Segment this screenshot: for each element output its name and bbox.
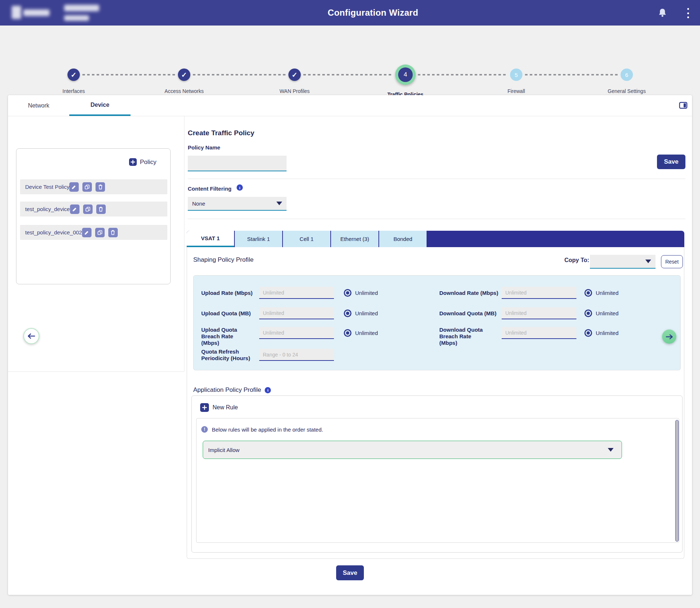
upload-quota-input[interactable]	[259, 307, 334, 319]
rules-info-icon	[201, 426, 208, 433]
policy-name: Device Test Policy	[25, 184, 69, 190]
content-filtering-info-icon[interactable]	[237, 184, 243, 191]
step-firewall-circle[interactable]: 5	[510, 69, 522, 81]
chevron-down-icon	[608, 448, 614, 452]
download-quota-input[interactable]	[502, 307, 576, 319]
rules-scrollbar[interactable]	[675, 420, 679, 542]
copy-policy-button[interactable]	[82, 182, 92, 192]
upload-quota-breach-unlimited-radio[interactable]	[344, 329, 351, 337]
stepper-connector	[418, 74, 508, 75]
delete-policy-button[interactable]	[96, 204, 106, 214]
delete-policy-button[interactable]	[96, 182, 105, 192]
policy-list-item[interactable]: test_policy_device	[20, 202, 167, 217]
new-rule-button[interactable]: New Rule	[200, 403, 238, 412]
application-rules-box: New Rule Below rules will be applied in …	[191, 395, 682, 553]
tab-cell-1[interactable]: Cell 1	[283, 231, 330, 247]
divider	[8, 116, 692, 116]
radio-label: Unlimited	[355, 330, 378, 336]
stepper-connector	[525, 74, 618, 75]
rules-info-text: Below rules will be applied in the order…	[212, 426, 323, 433]
download-quota-unlimited-radio[interactable]	[584, 309, 592, 317]
upload-rate-input[interactable]	[259, 287, 334, 299]
step-interfaces-circle[interactable]	[67, 69, 80, 81]
app-brand-redacted	[23, 9, 50, 16]
content-filtering-select[interactable]: None	[188, 197, 287, 211]
stepper-connector	[82, 74, 175, 75]
step-label-wan-profiles: WAN Profiles	[254, 88, 335, 94]
radio-label: Unlimited	[355, 310, 378, 316]
quota-refresh-input[interactable]	[259, 349, 334, 361]
quota-refresh-label: Quota Refresh Periodicity (Hours)	[201, 348, 252, 362]
layout-panel-icon[interactable]	[679, 101, 688, 110]
step-number: 5	[515, 72, 518, 78]
divider	[188, 179, 685, 179]
tab-vsat-1[interactable]: VSAT 1	[187, 231, 234, 247]
download-rate-unlimited-radio[interactable]	[584, 289, 592, 297]
next-interface-button[interactable]	[662, 330, 676, 344]
rule-implicit-allow-select[interactable]: Implicit Allow	[203, 441, 622, 459]
upload-rate-unlimited-radio[interactable]	[344, 289, 351, 297]
page-title: Configuration Wizard	[328, 8, 418, 18]
step-access-networks-circle[interactable]	[178, 69, 190, 81]
upload-rate-label: Upload Rate (Mbps)	[201, 290, 259, 296]
step-number: 6	[625, 72, 628, 78]
download-quota-breach-input[interactable]	[502, 327, 576, 339]
divider	[188, 219, 685, 219]
application-policy-title: Application Policy Profile	[193, 386, 271, 394]
policy-name-input[interactable]	[188, 156, 287, 171]
step-number: 4	[398, 67, 413, 82]
copy-policy-button[interactable]	[83, 204, 93, 214]
step-label-general-settings: General Settings	[587, 88, 667, 94]
application-policy-info-icon[interactable]	[265, 387, 271, 393]
delete-policy-button[interactable]	[108, 228, 118, 237]
add-policy-button[interactable]: Policy	[16, 149, 170, 171]
policy-name: test_policy_device	[25, 206, 70, 212]
tab-starlink-1[interactable]: Starlink 1	[235, 231, 282, 247]
shaping-policy-title: Shaping Policy Profile	[193, 256, 253, 264]
download-rate-input[interactable]	[502, 287, 576, 299]
tab-network[interactable]: Network	[8, 95, 69, 116]
content-filtering-label: Content Filtering	[188, 186, 232, 192]
tab-device[interactable]: Device	[69, 95, 131, 116]
edit-policy-button[interactable]	[69, 182, 79, 192]
shaping-policy-panel: Upload Rate (Mbps) Unlimited Download Ra…	[193, 275, 681, 370]
step-label-firewall: Firewall	[476, 88, 556, 94]
policy-list-item[interactable]: Device Test Policy	[20, 179, 167, 194]
rule-value: Implicit Allow	[208, 447, 240, 453]
form-title: Create Traffic Policy	[188, 129, 254, 137]
radio-label: Unlimited	[355, 290, 378, 296]
tab-ethernet-3[interactable]: Ethernet (3)	[331, 231, 378, 247]
stepper-connector	[303, 74, 393, 75]
new-rule-label: New Rule	[213, 404, 238, 411]
plus-icon	[129, 158, 137, 166]
stepper-connector	[193, 74, 286, 75]
device-policy-list-panel: Policy Device Test Policy test_policy_de…	[16, 148, 171, 284]
edit-policy-button[interactable]	[70, 204, 79, 214]
edit-policy-button[interactable]	[82, 228, 92, 237]
app-logo-redacted	[12, 6, 21, 19]
copy-to-select[interactable]	[590, 255, 656, 269]
copy-policy-button[interactable]	[95, 228, 105, 237]
radio-label: Unlimited	[596, 330, 619, 336]
step-wan-profiles-circle[interactable]	[288, 69, 301, 81]
step-traffic-policies-circle[interactable]: 4	[395, 65, 416, 85]
upload-quota-breach-input[interactable]	[259, 327, 334, 339]
upload-quota-label: Upload Quota (MB)	[201, 310, 259, 317]
download-quota-breach-unlimited-radio[interactable]	[584, 329, 592, 337]
back-button[interactable]	[23, 328, 39, 344]
step-general-settings-circle[interactable]: 6	[621, 69, 633, 81]
policy-list-item[interactable]: test_policy_device_002	[20, 225, 167, 240]
reset-button[interactable]: Reset	[661, 255, 683, 268]
org-subname-redacted	[64, 15, 89, 21]
policy-name-label: Policy Name	[188, 144, 220, 151]
tab-bonded[interactable]: Bonded	[379, 231, 427, 247]
save-policy-button[interactable]: Save	[657, 155, 685, 169]
save-traffic-policy-button[interactable]: Save	[336, 565, 364, 580]
download-rate-label: Download Rate (Mbps)	[439, 290, 501, 296]
notifications-bell-icon[interactable]	[657, 7, 668, 19]
download-quota-breach-label: Download Quota Breach Rate (Mbps)	[439, 327, 490, 346]
chevron-down-icon	[645, 260, 651, 263]
upload-quota-unlimited-radio[interactable]	[344, 309, 351, 317]
upload-quota-breach-label: Upload Quota Breach Rate (Mbps)	[201, 327, 249, 346]
overflow-menu-icon[interactable]	[685, 8, 691, 18]
